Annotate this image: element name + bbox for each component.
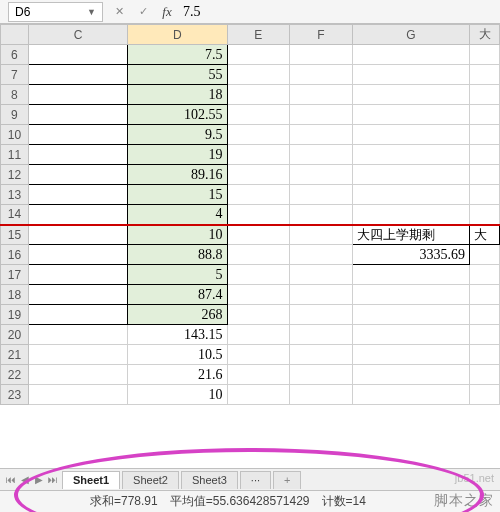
- row-header[interactable]: 13: [1, 185, 29, 205]
- name-box[interactable]: D6 ▼: [8, 2, 103, 22]
- cell[interactable]: 19: [128, 145, 228, 165]
- cell[interactable]: [290, 185, 353, 205]
- cell[interactable]: [227, 245, 290, 265]
- cell[interactable]: [227, 85, 290, 105]
- cell[interactable]: [28, 365, 127, 385]
- cell[interactable]: [470, 345, 500, 365]
- cell[interactable]: 18: [128, 85, 228, 105]
- cell[interactable]: [227, 65, 290, 85]
- row-header[interactable]: 20: [1, 325, 29, 345]
- cell[interactable]: 4: [128, 205, 228, 225]
- cell[interactable]: [290, 145, 353, 165]
- cell[interactable]: [352, 85, 469, 105]
- row-header[interactable]: 11: [1, 145, 29, 165]
- cell[interactable]: [470, 205, 500, 225]
- cell[interactable]: [290, 85, 353, 105]
- cell[interactable]: [290, 165, 353, 185]
- cell[interactable]: [28, 305, 127, 325]
- row-header[interactable]: 7: [1, 65, 29, 85]
- column-header-C[interactable]: C: [28, 25, 127, 45]
- cell[interactable]: [227, 285, 290, 305]
- cell[interactable]: [470, 245, 500, 265]
- cell[interactable]: 10: [128, 385, 228, 405]
- cell[interactable]: [227, 225, 290, 245]
- tab-nav-prev-icon[interactable]: ◀: [18, 472, 32, 488]
- cell[interactable]: [290, 285, 353, 305]
- cell[interactable]: [290, 65, 353, 85]
- tabs-more[interactable]: ···: [240, 471, 271, 489]
- cell[interactable]: [290, 225, 353, 245]
- cell[interactable]: [227, 325, 290, 345]
- row-header[interactable]: 15: [1, 225, 29, 245]
- cell[interactable]: 102.55: [128, 105, 228, 125]
- select-all-corner[interactable]: [1, 25, 29, 45]
- cell[interactable]: [28, 245, 127, 265]
- cell[interactable]: [470, 165, 500, 185]
- cell[interactable]: [470, 265, 500, 285]
- cell[interactable]: [28, 145, 127, 165]
- cell[interactable]: [28, 205, 127, 225]
- row-header[interactable]: 16: [1, 245, 29, 265]
- cell[interactable]: [352, 345, 469, 365]
- cancel-icon[interactable]: ✕: [109, 2, 129, 22]
- column-header-partial[interactable]: 大: [470, 25, 500, 45]
- column-header-E[interactable]: E: [227, 25, 290, 45]
- cell[interactable]: [470, 285, 500, 305]
- add-sheet-button[interactable]: +: [273, 471, 301, 489]
- tab-nav-next-icon[interactable]: ▶: [32, 472, 46, 488]
- cell[interactable]: [227, 105, 290, 125]
- formula-input[interactable]: 7.5: [183, 4, 201, 20]
- cell[interactable]: [227, 365, 290, 385]
- cell[interactable]: [28, 265, 127, 285]
- cell[interactable]: [227, 45, 290, 65]
- cell[interactable]: 7.5: [128, 45, 228, 65]
- cell[interactable]: 10.5: [128, 345, 228, 365]
- tab-nav-first-icon[interactable]: ⏮: [4, 472, 18, 488]
- cell[interactable]: 55: [128, 65, 228, 85]
- cell[interactable]: [28, 325, 127, 345]
- sheet-tab[interactable]: Sheet2: [122, 471, 179, 489]
- sheet-tab[interactable]: Sheet3: [181, 471, 238, 489]
- cell[interactable]: [28, 45, 127, 65]
- cell[interactable]: [28, 225, 127, 245]
- cell[interactable]: [28, 65, 127, 85]
- cell[interactable]: [28, 385, 127, 405]
- cell[interactable]: 10: [128, 225, 228, 245]
- cell[interactable]: [227, 385, 290, 405]
- cell[interactable]: [290, 325, 353, 345]
- cell[interactable]: [470, 145, 500, 165]
- cell[interactable]: [290, 245, 353, 265]
- cell[interactable]: [352, 125, 469, 145]
- row-header[interactable]: 6: [1, 45, 29, 65]
- row-header[interactable]: 23: [1, 385, 29, 405]
- cell[interactable]: [290, 365, 353, 385]
- cell[interactable]: [352, 105, 469, 125]
- cell[interactable]: [28, 345, 127, 365]
- cell[interactable]: [227, 145, 290, 165]
- cell[interactable]: 大: [470, 225, 500, 245]
- cell[interactable]: 87.4: [128, 285, 228, 305]
- row-header[interactable]: 12: [1, 165, 29, 185]
- cell[interactable]: [352, 45, 469, 65]
- cell[interactable]: 21.6: [128, 365, 228, 385]
- cell[interactable]: 268: [128, 305, 228, 325]
- cell[interactable]: [227, 305, 290, 325]
- cell[interactable]: 9.5: [128, 125, 228, 145]
- cell[interactable]: [227, 185, 290, 205]
- cell[interactable]: [290, 125, 353, 145]
- cell[interactable]: [352, 205, 469, 225]
- cell[interactable]: [28, 185, 127, 205]
- cell[interactable]: [470, 105, 500, 125]
- cell[interactable]: [290, 105, 353, 125]
- cell[interactable]: 5: [128, 265, 228, 285]
- dropdown-icon[interactable]: ▼: [87, 7, 96, 17]
- cell[interactable]: [28, 125, 127, 145]
- cell[interactable]: [28, 85, 127, 105]
- cell[interactable]: [290, 45, 353, 65]
- cell[interactable]: [227, 265, 290, 285]
- column-header-F[interactable]: F: [290, 25, 353, 45]
- cell[interactable]: [470, 45, 500, 65]
- sheet-tab[interactable]: Sheet1: [62, 471, 120, 489]
- accept-icon[interactable]: ✓: [133, 2, 153, 22]
- cell[interactable]: [290, 305, 353, 325]
